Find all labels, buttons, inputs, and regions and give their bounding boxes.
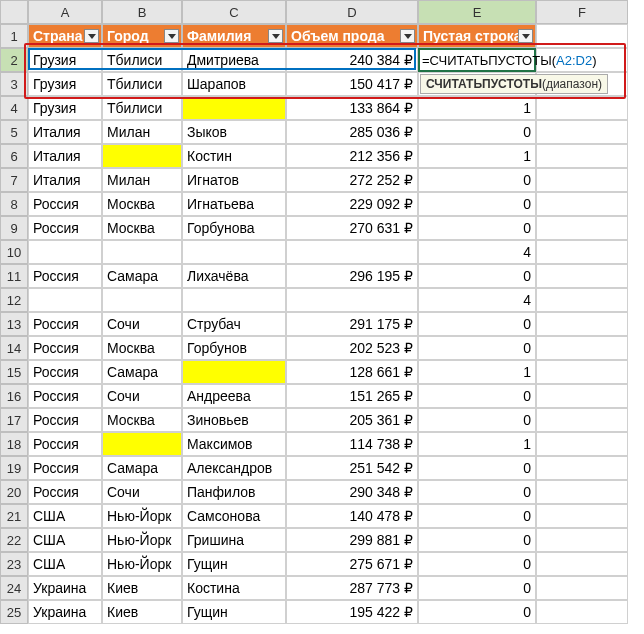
cell-C19[interactable]: Александров — [182, 456, 286, 480]
cell-A21[interactable]: США — [28, 504, 102, 528]
row-header-18[interactable]: 18 — [0, 432, 28, 456]
cell-D20[interactable]: 290 348 ₽ — [286, 480, 418, 504]
cell-B4[interactable]: Тбилиси — [102, 96, 182, 120]
cell-C8[interactable]: Игнатьева — [182, 192, 286, 216]
cell-A5[interactable]: Италия — [28, 120, 102, 144]
table-header-E[interactable]: Пустая строка — [418, 24, 536, 48]
col-header-B[interactable]: B — [102, 0, 182, 24]
cell-B8[interactable]: Москва — [102, 192, 182, 216]
filter-dropdown-icon[interactable] — [268, 29, 283, 43]
cell-C12[interactable] — [182, 288, 286, 312]
cell-E17[interactable]: 0 — [418, 408, 536, 432]
cell-D6[interactable]: 212 356 ₽ — [286, 144, 418, 168]
cell-D24[interactable]: 287 773 ₽ — [286, 576, 418, 600]
table-header-D[interactable]: Объем прода — [286, 24, 418, 48]
cell-C4[interactable] — [182, 96, 286, 120]
cell-C18[interactable]: Максимов — [182, 432, 286, 456]
row-header-23[interactable]: 23 — [0, 552, 28, 576]
cell-E8[interactable]: 0 — [418, 192, 536, 216]
cell-F18[interactable] — [536, 432, 628, 456]
cell-A20[interactable]: Россия — [28, 480, 102, 504]
cell-E25[interactable]: 0 — [418, 600, 536, 624]
cell-F13[interactable] — [536, 312, 628, 336]
cell-A7[interactable]: Италия — [28, 168, 102, 192]
row-header-17[interactable]: 17 — [0, 408, 28, 432]
cell-C7[interactable]: Игнатов — [182, 168, 286, 192]
col-header-C[interactable]: C — [182, 0, 286, 24]
cell-F21[interactable] — [536, 504, 628, 528]
cell-B20[interactable]: Сочи — [102, 480, 182, 504]
cell-F20[interactable] — [536, 480, 628, 504]
cell-D12[interactable] — [286, 288, 418, 312]
row-header-12[interactable]: 12 — [0, 288, 28, 312]
cell-D8[interactable]: 229 092 ₽ — [286, 192, 418, 216]
cell-C16[interactable]: Андреева — [182, 384, 286, 408]
cell-E10[interactable]: 4 — [418, 240, 536, 264]
cell-A25[interactable]: Украина — [28, 600, 102, 624]
row-header-19[interactable]: 19 — [0, 456, 28, 480]
row-header-2[interactable]: 2 — [0, 48, 28, 72]
cell-A18[interactable]: Россия — [28, 432, 102, 456]
cell-B3[interactable]: Тбилиси — [102, 72, 182, 96]
cell-E6[interactable]: 1 — [418, 144, 536, 168]
cell-A22[interactable]: США — [28, 528, 102, 552]
cell-B2[interactable]: Тбилиси — [102, 48, 182, 72]
cell-A8[interactable]: Россия — [28, 192, 102, 216]
cell-B11[interactable]: Самара — [102, 264, 182, 288]
cell-B5[interactable]: Милан — [102, 120, 182, 144]
row-header-7[interactable]: 7 — [0, 168, 28, 192]
cell-F7[interactable] — [536, 168, 628, 192]
cell-A19[interactable]: Россия — [28, 456, 102, 480]
filter-dropdown-icon[interactable] — [518, 29, 533, 43]
cell-E5[interactable]: 0 — [418, 120, 536, 144]
cell-A13[interactable]: Россия — [28, 312, 102, 336]
cell-A9[interactable]: Россия — [28, 216, 102, 240]
cell-E9[interactable]: 0 — [418, 216, 536, 240]
cell-E22[interactable]: 0 — [418, 528, 536, 552]
cell-B21[interactable]: Нью-Йорк — [102, 504, 182, 528]
cell-B6[interactable] — [102, 144, 182, 168]
cell-B22[interactable]: Нью-Йорк — [102, 528, 182, 552]
cell-C10[interactable] — [182, 240, 286, 264]
cell-C2[interactable]: Дмитриева — [182, 48, 286, 72]
cell-A23[interactable]: США — [28, 552, 102, 576]
cell-C3[interactable]: Шарапов — [182, 72, 286, 96]
row-header-4[interactable]: 4 — [0, 96, 28, 120]
cell-F10[interactable] — [536, 240, 628, 264]
filter-dropdown-icon[interactable] — [84, 29, 99, 43]
cell-A11[interactable]: Россия — [28, 264, 102, 288]
cell-C14[interactable]: Горбунов — [182, 336, 286, 360]
cell-F16[interactable] — [536, 384, 628, 408]
cell-C25[interactable]: Гущин — [182, 600, 286, 624]
cell-F17[interactable] — [536, 408, 628, 432]
cell-D9[interactable]: 270 631 ₽ — [286, 216, 418, 240]
row-header-15[interactable]: 15 — [0, 360, 28, 384]
cell-B25[interactable]: Киев — [102, 600, 182, 624]
cell-B10[interactable] — [102, 240, 182, 264]
cell-C6[interactable]: Костин — [182, 144, 286, 168]
row-header-9[interactable]: 9 — [0, 216, 28, 240]
col-header-D[interactable]: D — [286, 0, 418, 24]
row-header-5[interactable]: 5 — [0, 120, 28, 144]
cell-D23[interactable]: 275 671 ₽ — [286, 552, 418, 576]
cell-F24[interactable] — [536, 576, 628, 600]
cell-E2-editing[interactable]: =СЧИТАТЬПУСТОТЫ(A2:D2)СЧИТАТЬПУСТОТЫ(диа… — [418, 48, 536, 72]
cell-E18[interactable]: 1 — [418, 432, 536, 456]
row-header-3[interactable]: 3 — [0, 72, 28, 96]
row-header-8[interactable]: 8 — [0, 192, 28, 216]
cell-D15[interactable]: 128 661 ₽ — [286, 360, 418, 384]
cell-F1[interactable] — [536, 24, 628, 48]
cell-B18[interactable] — [102, 432, 182, 456]
cell-C11[interactable]: Лихачёва — [182, 264, 286, 288]
cell-A15[interactable]: Россия — [28, 360, 102, 384]
cell-B9[interactable]: Москва — [102, 216, 182, 240]
cell-A17[interactable]: Россия — [28, 408, 102, 432]
cell-A3[interactable]: Грузия — [28, 72, 102, 96]
cell-E4[interactable]: 1 — [418, 96, 536, 120]
cell-D10[interactable] — [286, 240, 418, 264]
cell-E13[interactable]: 0 — [418, 312, 536, 336]
cell-C24[interactable]: Костина — [182, 576, 286, 600]
cell-D16[interactable]: 151 265 ₽ — [286, 384, 418, 408]
cell-D22[interactable]: 299 881 ₽ — [286, 528, 418, 552]
filter-dropdown-icon[interactable] — [400, 29, 415, 43]
